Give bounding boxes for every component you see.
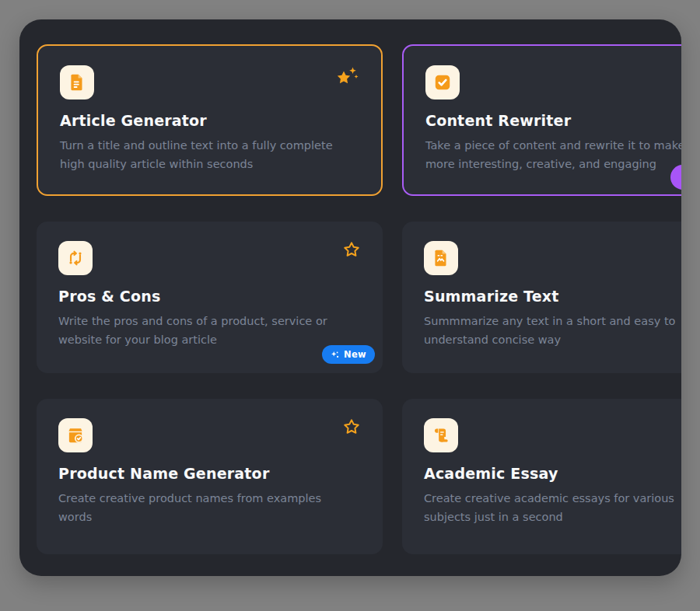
tool-card-product-name-generator[interactable]: Product Name Generator Create creative p… bbox=[37, 399, 383, 554]
new-badge: New bbox=[322, 345, 375, 364]
card-description: Turn a title and outline text into a ful… bbox=[60, 136, 359, 173]
document-icon bbox=[67, 72, 87, 93]
card-description: Summmarize any text in a short and easy … bbox=[424, 312, 681, 349]
tool-card-summarize-text[interactable]: Summarize Text Summmarize any text in a … bbox=[402, 222, 681, 373]
card-title: Summarize Text bbox=[424, 288, 681, 305]
tool-card-article-generator[interactable]: Article Generator Turn a title and outli… bbox=[37, 44, 383, 196]
product-box-icon bbox=[65, 425, 86, 445]
card-description: Create creative product names from examp… bbox=[58, 489, 361, 526]
favorite-outline-star-icon[interactable] bbox=[342, 417, 361, 436]
card-title: Pros & Cons bbox=[58, 288, 361, 305]
card-description: Create creative academic essays for vari… bbox=[424, 489, 681, 526]
card-title: Product Name Generator bbox=[58, 465, 361, 482]
card-description: Write the pros and cons of a product, se… bbox=[58, 312, 361, 349]
card-title: Content Rewriter bbox=[425, 112, 681, 129]
tools-panel: Article Generator Turn a title and outli… bbox=[19, 19, 681, 576]
checkbox-icon bbox=[432, 72, 453, 93]
tools-grid: Article Generator Turn a title and outli… bbox=[37, 44, 681, 554]
icon-tile bbox=[425, 65, 460, 100]
scroll-icon bbox=[431, 425, 451, 445]
new-badge-label: New bbox=[344, 349, 366, 360]
tool-card-pros-and-cons[interactable]: Pros & Cons Write the pros and cons of a… bbox=[37, 222, 383, 373]
card-title: Academic Essay bbox=[424, 465, 681, 482]
tool-card-academic-essay[interactable]: Academic Essay Create creative academic … bbox=[402, 399, 681, 554]
swap-arrows-icon bbox=[65, 248, 86, 268]
icon-tile bbox=[424, 418, 458, 452]
favorite-outline-star-icon[interactable] bbox=[342, 240, 361, 259]
icon-tile bbox=[60, 65, 94, 100]
icon-tile bbox=[424, 241, 458, 275]
favorite-sparkle-star-icon[interactable] bbox=[334, 65, 359, 89]
icon-tile bbox=[58, 241, 93, 275]
card-title: Article Generator bbox=[60, 112, 359, 129]
summary-document-icon bbox=[431, 248, 451, 268]
tool-card-content-rewriter[interactable]: Content Rewriter Take a piece of content… bbox=[402, 44, 681, 196]
icon-tile bbox=[58, 418, 93, 452]
card-description: Take a piece of content and rewrite it t… bbox=[425, 136, 681, 173]
sparkle-icon bbox=[331, 351, 339, 359]
